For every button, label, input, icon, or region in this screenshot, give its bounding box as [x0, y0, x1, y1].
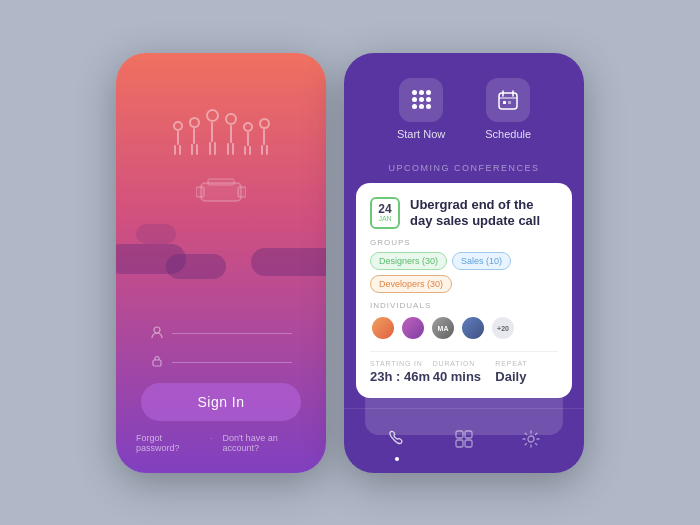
- password-input-line[interactable]: [172, 362, 292, 363]
- schedule-button[interactable]: Schedule: [485, 78, 531, 140]
- svg-rect-2: [238, 187, 246, 197]
- nav-settings-button[interactable]: [513, 421, 549, 457]
- individuals-section: INDIVIDUALS MA +20: [370, 301, 558, 341]
- card-stats: STARTING IN 23h : 46m DURATION 40 mins R…: [370, 351, 558, 384]
- settings-nav-icon: [521, 429, 541, 449]
- avatar-1: [370, 315, 396, 341]
- cloud-area: [116, 219, 326, 279]
- svg-rect-12: [456, 431, 463, 438]
- date-badge: 24 JAN: [370, 197, 400, 229]
- lock-icon: [150, 354, 164, 371]
- stat-starting-label: STARTING IN: [370, 360, 433, 367]
- nav-active-dot: [395, 457, 399, 461]
- person-figure: [206, 109, 219, 155]
- people-illustration: [173, 109, 270, 155]
- groups-section: GROUPS Designers (30) Sales (10) Develop…: [370, 238, 558, 293]
- groups-tags: Designers (30) Sales (10) Developers (30…: [370, 252, 558, 293]
- illustration-area: [116, 53, 326, 315]
- user-icon: [150, 325, 164, 342]
- stat-duration-value: 40 mins: [433, 369, 496, 384]
- individuals-label: INDIVIDUALS: [370, 301, 558, 310]
- phone-left: Sign In Forgot password? · Don't have an…: [116, 53, 326, 473]
- card-header: 24 JAN Ubergrad end of the day sales upd…: [370, 197, 558, 231]
- schedule-label: Schedule: [485, 128, 531, 140]
- groups-label: GROUPS: [370, 238, 558, 247]
- svg-rect-13: [465, 431, 472, 438]
- start-now-icon-bg: [399, 78, 443, 122]
- stat-repeat: REPEAT Daily: [495, 360, 558, 384]
- start-now-label: Start Now: [397, 128, 445, 140]
- top-actions: Start Now Schedule: [344, 53, 584, 155]
- svg-rect-11: [508, 101, 511, 104]
- forgot-password-link[interactable]: Forgot password?: [136, 433, 200, 453]
- grid-icon: [412, 90, 431, 109]
- person-figure: [173, 121, 183, 155]
- schedule-icon-bg: [486, 78, 530, 122]
- stat-duration-label: DURATION: [433, 360, 496, 367]
- person-figure: [225, 113, 237, 155]
- avatars-list: MA +20: [370, 315, 558, 341]
- avatar-initials: MA: [430, 315, 456, 341]
- stat-duration: DURATION 40 mins: [433, 360, 496, 384]
- username-field: [150, 325, 292, 342]
- conference-card[interactable]: 24 JAN Ubergrad end of the day sales upd…: [356, 183, 572, 399]
- footer-links: Forgot password? · Don't have an account…: [136, 433, 306, 453]
- grid-nav-icon: [454, 429, 474, 449]
- create-account-link[interactable]: Don't have an account?: [222, 433, 306, 453]
- svg-rect-14: [456, 440, 463, 447]
- person-figure: [189, 117, 200, 155]
- svg-rect-6: [499, 93, 517, 109]
- sign-in-button[interactable]: Sign In: [141, 383, 301, 421]
- date-month: JAN: [378, 215, 391, 222]
- app-container: Sign In Forgot password? · Don't have an…: [116, 53, 584, 473]
- password-field: [150, 354, 292, 371]
- card-area: 24 JAN Ubergrad end of the day sales upd…: [344, 183, 584, 408]
- avatar-more: +20: [490, 315, 516, 341]
- nav-phone-button[interactable]: [379, 421, 415, 457]
- start-now-button[interactable]: Start Now: [397, 78, 445, 140]
- tag-sales[interactable]: Sales (10): [452, 252, 511, 270]
- svg-rect-10: [503, 101, 506, 104]
- tag-designers[interactable]: Designers (30): [370, 252, 447, 270]
- nav-grid-button[interactable]: [446, 421, 482, 457]
- section-label: UPCOMING CONFERENCES: [344, 155, 584, 183]
- stat-starting: STARTING IN 23h : 46m: [370, 360, 433, 384]
- svg-rect-5: [153, 360, 161, 366]
- avatar-2: [400, 315, 426, 341]
- svg-rect-15: [465, 440, 472, 447]
- svg-rect-3: [208, 179, 234, 185]
- stat-starting-value: 23h : 46m: [370, 369, 433, 384]
- person-figure: [259, 118, 270, 155]
- separator: ·: [210, 433, 213, 453]
- stat-repeat-value: Daily: [495, 369, 558, 384]
- card-title: Ubergrad end of the day sales update cal…: [410, 197, 558, 231]
- phone-nav-icon: [387, 429, 407, 449]
- username-input-line[interactable]: [172, 333, 292, 334]
- stat-repeat-label: REPEAT: [495, 360, 558, 367]
- calendar-icon: [497, 89, 519, 111]
- person-figure: [243, 122, 253, 155]
- tag-developers[interactable]: Developers (30): [370, 275, 452, 293]
- login-form: Sign In Forgot password? · Don't have an…: [116, 315, 326, 473]
- date-number: 24: [378, 203, 391, 215]
- svg-rect-1: [196, 187, 204, 197]
- avatar-4: [460, 315, 486, 341]
- phone-right: Start Now Schedule UPCOMING CONFERENCES: [344, 53, 584, 473]
- svg-point-16: [528, 436, 534, 442]
- telephone-icon: [196, 175, 246, 209]
- svg-point-4: [154, 327, 160, 333]
